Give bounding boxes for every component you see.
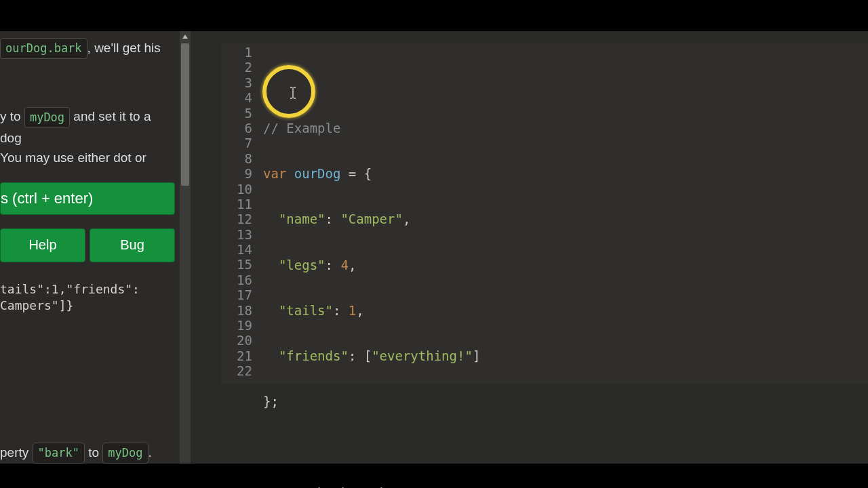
line-number: 5 <box>221 106 259 121</box>
line-number: 14 <box>221 242 259 257</box>
line-number: 21 <box>221 348 259 363</box>
code-chip-mydog-2: myDog <box>102 443 148 464</box>
text-fragment: , we'll get his <box>87 41 161 55</box>
text-fragment: to <box>85 445 102 460</box>
text-fragment: perty <box>0 445 33 460</box>
line-number: 17 <box>221 287 259 302</box>
line-number: 12 <box>221 211 259 226</box>
code-line: "name": "Camper", <box>263 211 868 226</box>
action-buttons: s (ctrl + enter) Help Bug <box>0 182 175 262</box>
line-number: 6 <box>221 121 259 136</box>
line-number: 9 <box>221 166 259 181</box>
code-line <box>263 75 868 90</box>
line-number: 15 <box>221 257 259 272</box>
instruction-fragment-2: y to myDog and set it to a dog You may u… <box>0 106 176 167</box>
scroll-up-button[interactable] <box>180 31 191 42</box>
line-number: 13 <box>221 227 259 242</box>
line-number: 8 <box>221 151 259 166</box>
line-number: 4 <box>221 90 259 105</box>
text-fragment: You may use either dot or <box>0 150 146 165</box>
hint-fragment: perty "bark" to myDog. <box>0 443 152 464</box>
line-number: 2 <box>221 60 259 75</box>
instructions-panel: ourDog.bark, we'll get his y to myDog an… <box>0 31 180 464</box>
line-number: 16 <box>221 272 259 287</box>
help-button[interactable]: Help <box>0 228 85 262</box>
code-line: ourDog.bark = "bow-wow"; <box>263 485 868 488</box>
line-number: 11 <box>221 197 259 211</box>
code-editor[interactable]: 1 2 3 4 5 6 7 8 9 10 11 12 13 14 15 16 1… <box>221 43 868 384</box>
line-number: 20 <box>221 333 259 348</box>
line-number: 3 <box>221 75 259 90</box>
code-chip-bark: "bark" <box>33 443 85 464</box>
bug-button[interactable]: Bug <box>90 228 175 262</box>
code-line: "friends": ["everything!"] <box>263 348 868 363</box>
text-fragment: y to <box>0 109 24 123</box>
output-line: Campers"]} <box>0 298 176 314</box>
line-number: 7 <box>221 136 259 150</box>
line-number: 10 <box>221 182 259 197</box>
output-line: tails":1,"friends": <box>0 281 176 298</box>
code-line: "legs": 4, <box>263 258 868 272</box>
app-stage: ourDog.bark, we'll get his y to myDog an… <box>0 31 868 464</box>
line-number: 22 <box>221 363 259 378</box>
code-line: "tails": 1, <box>263 303 868 318</box>
line-number: 1 <box>221 45 259 60</box>
code-line: }; <box>263 394 868 409</box>
code-line: // Example <box>263 121 868 136</box>
line-number-gutter: 1 2 3 4 5 6 7 8 9 10 11 12 13 14 15 16 1… <box>221 43 259 384</box>
svg-marker-0 <box>182 35 188 39</box>
output-fragment: tails":1,"friends": Campers"]} <box>0 281 176 314</box>
code-content[interactable]: // Example var ourDog = { "name": "Campe… <box>263 43 868 384</box>
panel-gap <box>191 31 221 464</box>
code-line: var ourDog = { <box>263 166 868 181</box>
left-scrollbar[interactable] <box>180 31 191 464</box>
instruction-fragment-1: ourDog.bark, we'll get his <box>0 38 176 59</box>
line-number: 19 <box>221 318 259 333</box>
line-number: 18 <box>221 303 259 318</box>
chevron-up-icon <box>182 34 189 39</box>
code-chip-ourdog-bark: ourDog.bark <box>0 38 87 59</box>
text-fragment: . <box>149 445 152 460</box>
code-line <box>263 439 868 454</box>
code-chip-mydog: myDog <box>24 107 70 128</box>
run-tests-button[interactable]: s (ctrl + enter) <box>0 182 175 215</box>
scroll-thumb[interactable] <box>181 43 189 186</box>
